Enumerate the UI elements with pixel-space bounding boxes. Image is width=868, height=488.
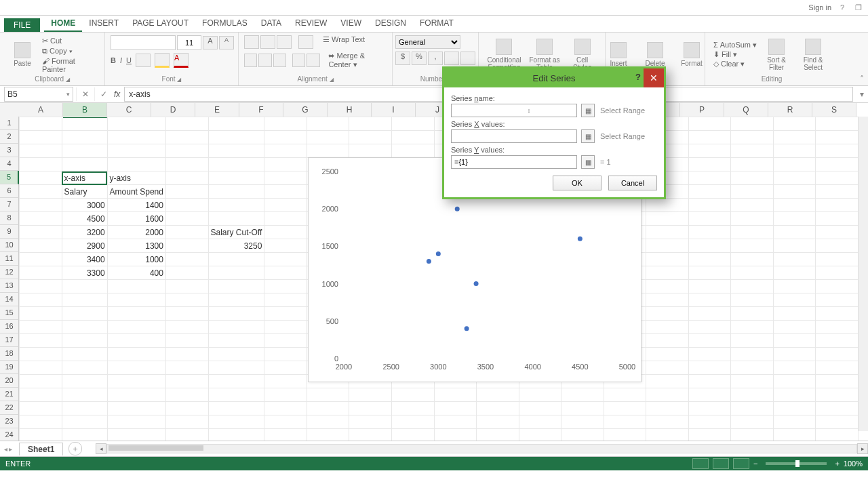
cell[interactable] (165, 388, 208, 402)
cell[interactable] (165, 280, 208, 293)
cell[interactable] (731, 253, 774, 266)
cell[interactable] (165, 253, 208, 266)
column-header[interactable]: P (680, 103, 724, 117)
cell[interactable] (349, 415, 392, 429)
select-all-corner[interactable] (0, 103, 20, 117)
cell[interactable] (208, 253, 264, 266)
increase-font-icon[interactable]: A (203, 36, 218, 49)
cell[interactable] (816, 321, 859, 334)
cell[interactable] (731, 280, 774, 293)
cell[interactable] (477, 429, 519, 442)
wrap-text-button[interactable]: ☰ Wrap Text (323, 35, 365, 49)
font-family-combo[interactable] (111, 35, 176, 50)
cell[interactable] (107, 131, 165, 144)
cell[interactable] (62, 415, 107, 429)
column-header[interactable]: I (372, 103, 416, 117)
row-header[interactable]: 17 (0, 333, 19, 347)
cell[interactable] (688, 144, 731, 158)
cell[interactable] (165, 402, 208, 415)
cell[interactable] (62, 429, 107, 442)
cell[interactable] (264, 131, 307, 144)
row-header[interactable]: 22 (0, 401, 19, 415)
increase-indent-icon[interactable] (307, 54, 319, 67)
cell[interactable] (391, 415, 434, 429)
cell[interactable] (20, 361, 62, 375)
paste-button[interactable]: Paste (5, 41, 39, 68)
cell[interactable] (816, 239, 859, 253)
column-header[interactable]: E (195, 103, 239, 117)
cell[interactable] (208, 348, 264, 361)
cell[interactable] (165, 361, 208, 375)
merge-center-button[interactable]: ⬌ Merge & Center ▾ (328, 52, 387, 69)
cell[interactable] (165, 144, 208, 158)
cell[interactable] (434, 402, 477, 415)
range-picker-icon[interactable]: ▦ (581, 104, 595, 117)
cell[interactable] (62, 117, 107, 131)
cell[interactable] (307, 144, 349, 158)
cell[interactable] (816, 348, 859, 361)
cell[interactable] (391, 388, 434, 402)
cell[interactable] (165, 212, 208, 226)
cell[interactable] (165, 199, 208, 212)
cell[interactable] (165, 415, 208, 429)
cell[interactable] (816, 144, 859, 158)
cell[interactable] (816, 293, 859, 307)
cell[interactable] (519, 429, 561, 442)
cell[interactable] (646, 280, 689, 293)
expand-formula-bar-icon[interactable]: ▾ (856, 89, 868, 99)
cell[interactable] (107, 334, 165, 348)
borders-button[interactable] (136, 54, 151, 67)
cell[interactable] (107, 388, 165, 402)
cell[interactable] (731, 429, 774, 442)
cell[interactable] (349, 388, 392, 402)
dialog-help-icon[interactable]: ? (635, 72, 641, 82)
cell[interactable]: 1000 (107, 253, 165, 266)
cell[interactable] (62, 131, 107, 144)
cell[interactable] (731, 185, 774, 199)
cell[interactable] (264, 185, 307, 199)
cell[interactable] (20, 212, 62, 226)
cell[interactable] (731, 388, 774, 402)
cell[interactable] (688, 415, 731, 429)
align-middle-icon[interactable] (260, 35, 275, 49)
cell[interactable] (688, 280, 731, 293)
cell[interactable] (165, 429, 208, 442)
cell[interactable] (731, 266, 774, 280)
cell[interactable] (264, 226, 307, 239)
row-header[interactable]: 2 (0, 130, 19, 144)
column-header[interactable]: S (812, 103, 856, 117)
cell[interactable] (773, 361, 816, 375)
cell[interactable] (731, 375, 774, 388)
cell[interactable] (20, 280, 62, 293)
cell[interactable] (165, 266, 208, 280)
cell[interactable] (20, 388, 62, 402)
cell[interactable] (646, 199, 689, 212)
cell[interactable] (434, 388, 477, 402)
cell[interactable] (688, 361, 731, 375)
row-header[interactable]: 6 (0, 184, 19, 198)
cell[interactable] (349, 131, 392, 144)
cell[interactable] (208, 199, 264, 212)
cell[interactable] (731, 199, 774, 212)
align-center-icon[interactable] (258, 54, 271, 67)
cell[interactable] (391, 131, 434, 144)
cell[interactable] (107, 280, 165, 293)
cell[interactable] (773, 402, 816, 415)
cell[interactable] (20, 348, 62, 361)
cell[interactable] (208, 429, 264, 442)
cell[interactable] (773, 348, 816, 361)
cell[interactable] (434, 429, 477, 442)
cell[interactable] (646, 348, 689, 361)
orientation-button[interactable] (298, 35, 313, 49)
cell[interactable] (20, 307, 62, 321)
cell[interactable] (20, 158, 62, 171)
cell[interactable] (208, 131, 264, 144)
cell[interactable] (62, 144, 107, 158)
cell[interactable]: 1600 (107, 212, 165, 226)
cell[interactable] (264, 348, 307, 361)
cell[interactable] (731, 131, 774, 144)
cell[interactable] (646, 429, 689, 442)
sign-in-link[interactable]: Sign in (808, 3, 831, 12)
cell[interactable] (264, 239, 307, 253)
cell[interactable] (208, 293, 264, 307)
